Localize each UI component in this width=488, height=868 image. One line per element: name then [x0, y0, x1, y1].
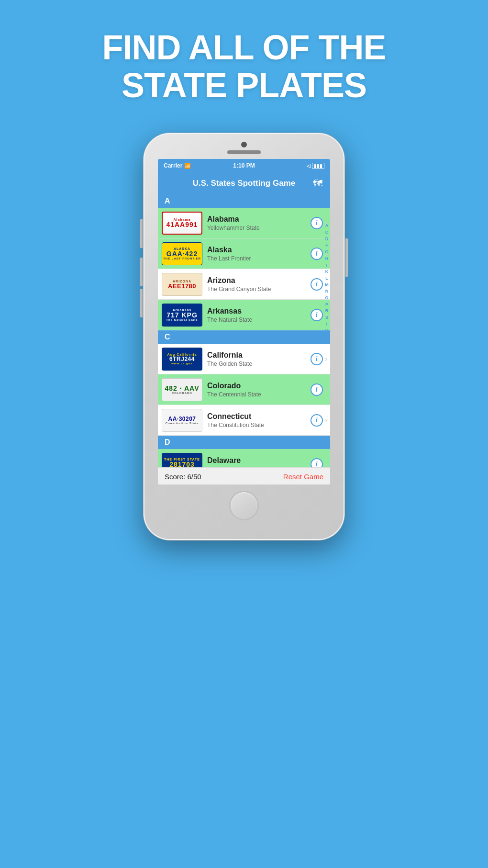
index-t[interactable]: T	[325, 322, 328, 327]
hero-line1: FIND ALL OF THE	[102, 29, 386, 67]
status-left: Carrier 📶	[164, 162, 191, 169]
info-button[interactable]: i	[311, 458, 323, 468]
state-name: Colorado	[207, 382, 311, 390]
plate-colorado: 482 · AAV COLORADO	[162, 378, 202, 401]
index-u[interactable]: U	[325, 328, 329, 334]
section-header-a: A	[158, 194, 330, 208]
map-icon[interactable]: 🗺	[313, 178, 322, 189]
state-nickname: The Golden State	[207, 361, 311, 367]
plate-california: Aug California 6TRJ244 www.ca.gov	[162, 348, 202, 371]
state-info-delaware: Delaware The First State	[202, 456, 311, 468]
state-name: Connecticut	[207, 412, 311, 421]
score-display: Score: 6/50	[165, 473, 201, 481]
state-nickname: The Natural State	[207, 316, 311, 323]
index-p[interactable]: P	[325, 302, 328, 308]
state-info-arkansas: Arkansas The Natural State	[202, 307, 311, 323]
index-f[interactable]: F	[325, 243, 328, 248]
state-nickname: The Centennial State	[207, 391, 311, 398]
index-m[interactable]: M	[325, 282, 329, 288]
phone-top	[144, 133, 344, 154]
state-name: Alaska	[207, 246, 311, 254]
info-button[interactable]: i	[311, 278, 323, 291]
phone-screen: Carrier 📶 1:10 PM ◁ ▮▮▮ U.S. States Spot…	[158, 159, 330, 485]
state-nickname: Yellowhammer State	[207, 225, 311, 231]
bottom-bar: Score: 6/50 Reset Game	[158, 467, 330, 485]
list-item[interactable]: Alabama 41AA991 Alabama Yellowhammer Sta…	[158, 208, 330, 238]
index-l[interactable]: L	[325, 276, 328, 282]
nav-bar: U.S. States Spotting Game 🗺	[158, 172, 330, 194]
camera	[241, 142, 247, 147]
info-button[interactable]: i	[311, 217, 323, 229]
carrier-label: Carrier	[164, 162, 182, 169]
state-nickname: The Grand Canyon State	[207, 286, 311, 293]
state-info-alabama: Alabama Yellowhammer State	[202, 215, 311, 231]
index-bar: A C D F G H I K L M N O P R S T U W	[323, 194, 330, 467]
index-w[interactable]: W	[325, 335, 329, 340]
list-item[interactable]: Aug California 6TRJ244 www.ca.gov Califo…	[158, 344, 330, 374]
state-nickname: The First State	[207, 466, 311, 468]
list-item[interactable]: ALASKA GAA·422 THE LAST FRONTIER Alaska …	[158, 238, 330, 269]
wifi-icon: 📶	[184, 163, 191, 169]
state-info-colorado: Colorado The Centennial State	[202, 382, 311, 398]
state-info-arizona: Arizona The Grand Canyon State	[202, 276, 311, 293]
plate-arizona: ARIZONA AEE1780	[162, 273, 202, 296]
location-icon: ◁	[307, 163, 311, 169]
state-name: California	[207, 351, 311, 360]
list-item[interactable]: AA·30207 Constitution State Connecticut …	[158, 405, 330, 436]
info-button[interactable]: i	[311, 248, 323, 260]
state-info-california: California The Golden State	[202, 351, 311, 367]
index-a[interactable]: A	[325, 223, 329, 229]
index-o[interactable]: O	[325, 295, 328, 301]
section-header-c: C	[158, 330, 330, 344]
plate-arkansas: Arkansas 717 KPG The Natural State	[162, 304, 202, 327]
index-s[interactable]: S	[325, 315, 328, 321]
index-g[interactable]: G	[325, 249, 328, 255]
index-h[interactable]: H	[325, 256, 329, 262]
list-container: A C D F G H I K L M N O P R S T U W A	[158, 194, 330, 467]
state-name: Arizona	[207, 276, 311, 285]
state-name: Arkansas	[207, 307, 311, 316]
status-time: 1:10 PM	[233, 162, 255, 169]
list-item[interactable]: THE FIRST STATE 281703 DELAWARE Delaware…	[158, 449, 330, 467]
index-c[interactable]: C	[325, 230, 329, 236]
state-name: Delaware	[207, 456, 311, 465]
index-d[interactable]: D	[325, 237, 329, 242]
state-name: Alabama	[207, 215, 311, 224]
plate-alaska: ALASKA GAA·422 THE LAST FRONTIER	[162, 242, 202, 265]
info-button[interactable]: i	[311, 414, 323, 427]
list-item[interactable]: ARIZONA AEE1780 Arizona The Grand Canyon…	[158, 269, 330, 300]
state-nickname: The Last Frontier	[207, 255, 311, 262]
list-item[interactable]: Arkansas 717 KPG The Natural State Arkan…	[158, 300, 330, 330]
state-info-alaska: Alaska The Last Frontier	[202, 246, 311, 262]
info-button[interactable]: i	[311, 309, 323, 321]
plate-connecticut: AA·30207 Constitution State	[162, 409, 202, 432]
hero-line2: STATE PLATES	[102, 67, 386, 104]
home-button[interactable]	[231, 492, 257, 519]
speaker	[227, 150, 261, 154]
reset-game-button[interactable]: Reset Game	[283, 473, 323, 481]
index-i[interactable]: I	[326, 263, 328, 269]
index-r[interactable]: R	[325, 308, 329, 314]
info-button[interactable]: i	[311, 383, 323, 396]
state-nickname: The Constitution State	[207, 422, 311, 428]
nav-title: U.S. States Spotting Game	[193, 179, 295, 188]
section-header-d: D	[158, 436, 330, 449]
battery-icon: ▮▮▮	[312, 163, 324, 169]
status-bar: Carrier 📶 1:10 PM ◁ ▮▮▮	[158, 159, 330, 172]
index-n[interactable]: N	[325, 289, 329, 294]
index-k[interactable]: K	[325, 269, 329, 275]
info-button[interactable]: i	[311, 353, 323, 365]
state-info-connecticut: Connecticut The Constitution State	[202, 412, 311, 428]
phone-device: Carrier 📶 1:10 PM ◁ ▮▮▮ U.S. States Spot…	[144, 133, 344, 540]
plate-alabama: Alabama 41AA991	[162, 212, 202, 235]
list-item[interactable]: 482 · AAV COLORADO Colorado The Centenni…	[158, 374, 330, 405]
status-right: ◁ ▮▮▮	[307, 163, 324, 169]
plate-delaware: THE FIRST STATE 281703 DELAWARE	[162, 453, 202, 468]
hero-heading: FIND ALL OF THE STATE PLATES	[102, 0, 386, 104]
